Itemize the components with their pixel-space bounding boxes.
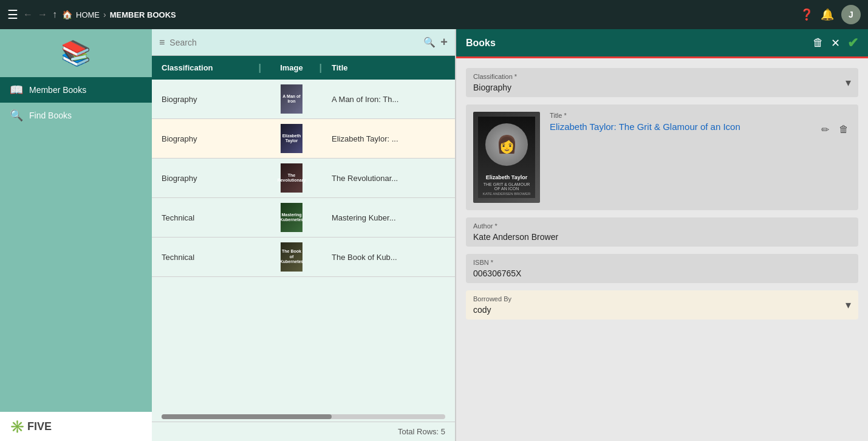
detail-form: Classification * Biography ▾ 👩 Elizabe <box>456 58 868 441</box>
search-button[interactable]: 🔍 <box>423 36 436 48</box>
search-bar: ≡ 🔍 + <box>152 29 455 56</box>
top-navigation: ☰ ← → ↑ 🏠 HOME › MEMBER BOOKS ❓ 🔔 J <box>0 0 868 29</box>
book-cover-image: 👩 Elizabeth Taylor THE GRIT & GLAMOUR OF… <box>473 112 540 203</box>
detail-header-actions: 🗑 ✕ ✔ <box>813 35 858 51</box>
cell-title: The Book of Kub... <box>322 238 455 277</box>
sidebar: 📚 📖 Member Books 🔍 Find Books ✳️ FIVE <box>0 29 152 441</box>
cell-image: Mastering Kubernetes <box>261 198 322 238</box>
hamburger-menu[interactable]: ☰ <box>7 7 18 22</box>
isbn-field: ISBN * 006306765X <box>466 254 858 283</box>
member-books-icon: 📖 <box>10 83 23 97</box>
borrowed-by-value: cody <box>473 305 851 315</box>
filter-icon: ≡ <box>159 37 165 48</box>
detail-panel: Books 🗑 ✕ ✔ Classification * Biography ▾ <box>455 29 868 441</box>
scrollbar-thumb[interactable] <box>162 414 332 419</box>
sidebar-item-member-books[interactable]: 📖 Member Books <box>0 77 152 103</box>
title-value: Elizabeth Taylor: The Grit & Glamour of … <box>550 121 814 132</box>
table-row[interactable]: BiographyA Man of IronA Man of Iron: Th.… <box>152 80 455 119</box>
cell-image: Elizabeth Taylor <box>261 119 322 159</box>
sidebar-item-find-books-label: Find Books <box>29 111 72 120</box>
book-detail-section: 👩 Elizabeth Taylor THE GRIT & GLAMOUR OF… <box>466 104 858 210</box>
borrowed-by-field: Borrowed By cody ▾ <box>466 290 858 320</box>
cell-classification: Biography <box>152 119 261 159</box>
table-row[interactable]: TechnicalThe Book of KubernetesThe Book … <box>152 238 455 277</box>
nav-left: ☰ ← → ↑ 🏠 HOME › MEMBER BOOKS <box>7 7 795 22</box>
nav-right: ❓ 🔔 J <box>800 5 861 24</box>
table-row[interactable]: BiographyElizabeth TaylorElizabeth Taylo… <box>152 119 455 159</box>
save-record-button[interactable]: ✔ <box>847 35 858 51</box>
author-label: Author * <box>473 222 851 230</box>
book-cover-title: Elizabeth Taylor <box>480 174 533 181</box>
five-logo-icon: ✳️ <box>10 419 25 434</box>
horizontal-scrollbar[interactable] <box>162 414 445 419</box>
table-row[interactable]: TechnicalMastering KubernetesMastering K… <box>152 198 455 238</box>
sidebar-navigation: 📖 Member Books 🔍 Find Books <box>0 77 152 412</box>
search-input[interactable] <box>169 38 419 47</box>
books-table: Classification Image Title BiographyA Ma… <box>152 56 455 277</box>
title-actions: Elizabeth Taylor: The Grit & Glamour of … <box>550 121 851 138</box>
home-icon: 🏠 <box>62 10 72 19</box>
cell-classification: Biography <box>152 80 261 119</box>
cell-classification: Technical <box>152 238 261 277</box>
sidebar-item-find-books[interactable]: 🔍 Find Books <box>0 103 152 128</box>
classification-dropdown-icon[interactable]: ▾ <box>846 76 851 89</box>
user-avatar[interactable]: J <box>841 5 861 24</box>
cell-title: A Man of Iron: Th... <box>322 80 455 119</box>
borrowed-by-dropdown-icon[interactable]: ▾ <box>846 298 851 312</box>
breadcrumb-separator: › <box>103 10 106 19</box>
isbn-label: ISBN * <box>473 259 851 266</box>
detail-panel-title: Books <box>466 38 496 49</box>
books-logo-icon: 📚 <box>61 39 91 67</box>
five-logo-text: FIVE <box>27 420 52 433</box>
table-row[interactable]: BiographyThe RevolutionaryThe Revolution… <box>152 159 455 198</box>
forward-button[interactable]: → <box>38 9 47 20</box>
book-cover-inner: 👩 Elizabeth Taylor THE GRIT & GLAMOUR OF… <box>473 112 540 203</box>
help-icon[interactable]: ❓ <box>800 8 813 21</box>
delete-record-button[interactable]: 🗑 <box>813 36 824 49</box>
cell-classification: Technical <box>152 198 261 238</box>
cell-image: The Book of Kubernetes <box>261 238 322 277</box>
sidebar-item-member-books-label: Member Books <box>29 85 86 95</box>
borrowed-by-label: Borrowed By <box>473 295 851 303</box>
breadcrumb: 🏠 HOME › MEMBER BOOKS <box>62 10 176 19</box>
notification-bell-icon[interactable]: 🔔 <box>821 8 834 21</box>
cell-image: The Revolutionary <box>261 159 322 198</box>
classification-label: Classification * <box>473 73 851 80</box>
add-button[interactable]: + <box>440 35 448 49</box>
cell-title: Mastering Kuber... <box>322 198 455 238</box>
main-layout: 📚 📖 Member Books 🔍 Find Books ✳️ FIVE ≡ … <box>0 29 868 441</box>
data-table: Classification Image Title BiographyA Ma… <box>152 56 455 412</box>
table-header: Classification Image Title <box>152 56 455 80</box>
detail-header: Books 🗑 ✕ ✔ <box>456 29 868 58</box>
five-logo: ✳️ FIVE <box>10 419 52 434</box>
author-value: Kate Anderson Brower <box>473 232 851 242</box>
column-title: Title <box>322 56 455 80</box>
classification-field: Classification * Biography ▾ <box>466 68 858 97</box>
title-field-label: Title * <box>550 112 851 119</box>
back-button[interactable]: ← <box>23 9 33 20</box>
home-label[interactable]: HOME <box>76 10 100 19</box>
title-area: Title * Elizabeth Taylor: The Grit & Gla… <box>550 112 851 138</box>
cell-image: A Man of Iron <box>261 80 322 119</box>
table-body: BiographyA Man of IronA Man of Iron: Th.… <box>152 80 455 277</box>
column-image: Image <box>261 56 322 80</box>
classification-value: Biography <box>473 83 851 92</box>
up-button[interactable]: ↑ <box>52 9 57 20</box>
cell-title: The Revolutionar... <box>322 159 455 198</box>
edit-title-icon[interactable]: ✏ <box>819 121 832 138</box>
table-footer: Total Rows: 5 <box>152 422 455 441</box>
column-classification: Classification <box>152 56 261 80</box>
delete-title-icon[interactable]: 🗑 <box>836 121 851 137</box>
content-area: ≡ 🔍 + Classification Image Title Biograp… <box>152 29 455 441</box>
sidebar-logo: 📚 <box>0 29 152 77</box>
isbn-value: 006306765X <box>473 268 851 278</box>
book-cover-subtitle: THE GRIT & GLAMOUR OF AN ICON <box>480 182 533 191</box>
author-field: Author * Kate Anderson Brower <box>466 217 858 247</box>
total-rows-label: Total Rows: 5 <box>398 427 445 436</box>
close-detail-button[interactable]: ✕ <box>831 36 840 50</box>
book-cover-author: KATE ANDERSEN BROWER <box>480 192 533 196</box>
cell-classification: Biography <box>152 159 261 198</box>
find-books-icon: 🔍 <box>10 109 23 122</box>
sidebar-footer: ✳️ FIVE <box>0 412 152 441</box>
cell-title: Elizabeth Taylor: ... <box>322 119 455 159</box>
